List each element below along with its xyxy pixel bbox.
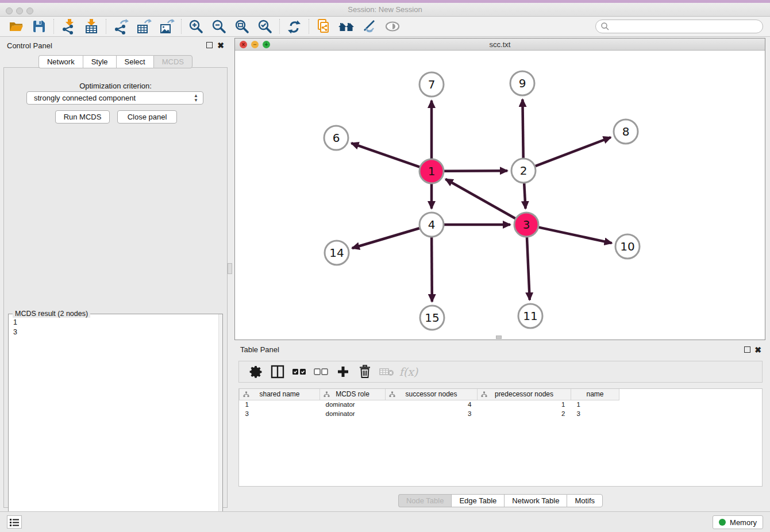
column-header-MCDS-role[interactable]: MCDS role — [320, 389, 386, 400]
network-hscroll-handle[interactable] — [496, 336, 502, 339]
control-panel-header: Control Panel ✖ — [0, 38, 231, 53]
import-network-icon[interactable] — [57, 17, 80, 36]
tab-mcds[interactable]: MCDS — [153, 55, 192, 68]
graph-node-9[interactable]: 9 — [510, 71, 534, 95]
create-column-plus-icon[interactable] — [332, 362, 354, 381]
tab-motifs[interactable]: Motifs — [567, 494, 603, 507]
column-header-predecessor-nodes[interactable]: predecessor nodes — [478, 389, 571, 400]
run-mcds-button[interactable]: Run MCDS — [55, 110, 110, 124]
graph-node-6[interactable]: 6 — [324, 126, 348, 150]
apply-layout-icon[interactable] — [283, 17, 306, 36]
column-header-name[interactable]: name — [571, 389, 619, 400]
graph-edge-1-6[interactable] — [351, 143, 419, 167]
result-scrollbar[interactable] — [218, 314, 222, 530]
table-cell[interactable]: 2 — [478, 409, 571, 418]
table-cell[interactable]: dominator — [320, 409, 386, 418]
table-cell[interactable]: 1 — [478, 400, 571, 409]
graph-node-14[interactable]: 14 — [325, 241, 349, 265]
graph-edge-2-9[interactable] — [522, 99, 523, 158]
unselect-all-columns-icon[interactable] — [310, 362, 332, 381]
graph-node-15[interactable]: 15 — [420, 306, 444, 330]
zoom-fit-icon[interactable] — [230, 17, 253, 36]
network-close-icon[interactable]: × — [240, 41, 247, 48]
graph-node-label: 6 — [333, 131, 340, 145]
graph-node-3[interactable]: 3 — [514, 213, 538, 237]
table-row[interactable]: 3dominator323 — [240, 409, 619, 418]
import-table-icon[interactable] — [80, 17, 103, 36]
network-maximize-icon[interactable]: + — [263, 41, 270, 48]
graph-edge-4-15[interactable] — [432, 237, 432, 302]
graph-edge-3-11[interactable] — [527, 237, 530, 300]
table-cell[interactable]: 3 — [386, 409, 478, 418]
tab-network-table[interactable]: Network Table — [504, 494, 567, 507]
save-session-icon[interactable] — [28, 17, 51, 36]
export-table-icon[interactable] — [132, 17, 155, 36]
panel-splitter-handle[interactable] — [228, 263, 232, 274]
first-neighbors-icon[interactable] — [335, 17, 358, 36]
graph-edge-2-8[interactable] — [536, 137, 611, 166]
node-data-table[interactable]: shared nameMCDS rolesuccessor nodesprede… — [239, 389, 619, 418]
window-close-button[interactable] — [6, 7, 13, 14]
zoom-in-icon[interactable] — [184, 17, 207, 36]
show-column-panel-icon[interactable] — [267, 362, 288, 381]
graph-node-11[interactable]: 11 — [518, 304, 542, 328]
memory-button[interactable]: Memory — [713, 515, 763, 529]
graph-edge-3-1[interactable] — [445, 179, 515, 218]
graph-node-label: 10 — [620, 240, 634, 253]
table-cell[interactable]: 3 — [240, 409, 320, 418]
graph-node-1[interactable]: 1 — [419, 159, 444, 183]
delete-column-trash-icon[interactable] — [354, 362, 376, 381]
float-table-panel-icon[interactable] — [744, 346, 750, 353]
tab-network[interactable]: Network — [38, 55, 83, 68]
graph-edge-1-2[interactable] — [444, 171, 507, 171]
graph-edge-2-3[interactable] — [524, 183, 525, 209]
table-cell[interactable]: 3 — [571, 409, 619, 418]
graph-node-7[interactable]: 7 — [419, 72, 444, 97]
graph-node-label: 4 — [428, 218, 436, 232]
table-panel-title: Table Panel — [240, 345, 279, 354]
task-history-list-icon[interactable] — [7, 515, 22, 529]
column-header-label: predecessor nodes — [495, 390, 553, 398]
network-from-selection-icon[interactable] — [312, 17, 335, 36]
window-zoom-button[interactable] — [26, 7, 33, 14]
criterion-select[interactable]: strongly connected component ▲▼ — [26, 91, 203, 105]
open-file-icon[interactable] — [5, 17, 28, 36]
graph-edge-3-10[interactable] — [539, 228, 612, 243]
graph-node-8[interactable]: 8 — [614, 119, 638, 144]
search-input[interactable] — [595, 20, 763, 33]
table-row[interactable]: 1dominator411 — [240, 400, 619, 409]
column-header-successor-nodes[interactable]: successor nodes — [386, 389, 478, 400]
tab-edge-table[interactable]: Edge Table — [451, 494, 504, 507]
float-panel-icon[interactable] — [206, 42, 213, 48]
tab-style[interactable]: Style — [83, 55, 116, 68]
table-settings-gear-icon[interactable] — [245, 362, 267, 381]
network-graph-canvas[interactable]: 7968124314101511 — [235, 51, 765, 340]
tab-node-table[interactable]: Node Table — [398, 494, 452, 507]
table-cell[interactable]: 1 — [571, 400, 619, 409]
select-all-columns-icon[interactable] — [288, 362, 310, 381]
graph-node-2[interactable]: 2 — [511, 159, 536, 183]
table-cell[interactable]: 1 — [240, 400, 320, 409]
network-minimize-icon[interactable]: – — [251, 41, 259, 48]
tab-select[interactable]: Select — [116, 55, 153, 68]
close-panel-button[interactable]: Close panel — [117, 110, 177, 124]
zoom-out-icon[interactable] — [207, 17, 230, 36]
zoom-selected-icon[interactable] — [253, 17, 276, 36]
export-image-icon[interactable] — [155, 17, 178, 36]
show-hidden-eye-icon[interactable] — [381, 17, 404, 36]
hide-selected-icon[interactable] — [358, 17, 381, 36]
table-cell[interactable]: dominator — [320, 400, 386, 409]
control-panel: Control Panel ✖ NetworkStyleSelectMCDS O… — [0, 38, 231, 509]
table-cell[interactable]: 4 — [386, 400, 478, 409]
node-table: shared nameMCDS rolesuccessor nodesprede… — [238, 388, 763, 487]
graph-edge-4-14[interactable] — [352, 228, 419, 248]
network-window-titlebar[interactable]: × – + scc.txt — [235, 38, 765, 51]
close-panel-icon[interactable]: ✖ — [217, 42, 224, 49]
export-network-icon[interactable] — [109, 17, 132, 36]
graph-node-4[interactable]: 4 — [419, 213, 444, 237]
column-header-shared-name[interactable]: shared name — [240, 389, 320, 400]
window-minimize-button[interactable] — [16, 7, 23, 14]
graph-node-10[interactable]: 10 — [615, 234, 640, 259]
close-table-panel-icon[interactable]: ✖ — [754, 346, 761, 353]
mcds-result-textarea[interactable]: 13 — [9, 314, 222, 530]
